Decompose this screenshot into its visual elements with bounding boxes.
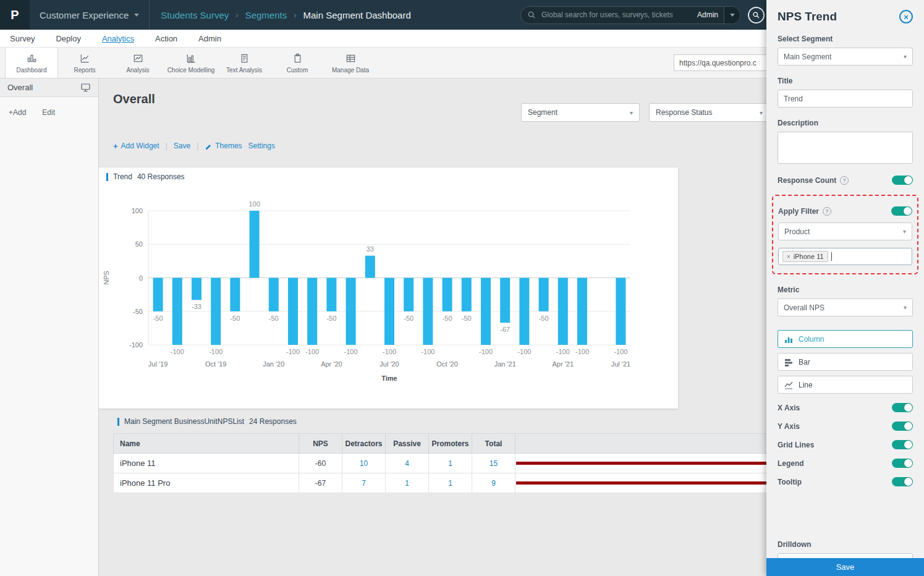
x-axis-toggle[interactable] bbox=[892, 403, 913, 412]
x-axis-label: X Axis bbox=[778, 404, 800, 412]
legend-label: Legend bbox=[778, 459, 804, 468]
analysis-chart-icon bbox=[132, 53, 144, 64]
row-nps: -60 bbox=[299, 454, 342, 473]
save-dashboard-button[interactable]: Save bbox=[174, 142, 190, 150]
row-detractors[interactable]: 10 bbox=[342, 454, 386, 473]
response-status-filter-dropdown[interactable]: Response Status ▾ bbox=[649, 103, 769, 122]
ribbon-analysis[interactable]: Analysis bbox=[111, 48, 164, 78]
ribbon-text-analysis[interactable]: Text Analysis bbox=[218, 48, 271, 78]
ribbon-choice-modelling[interactable]: Choice Modelling bbox=[164, 48, 218, 78]
svg-text:-100: -100 bbox=[286, 348, 300, 355]
filter-values-input[interactable]: × iPhone 11 bbox=[778, 248, 912, 265]
breadcrumb-survey[interactable]: Students Survey bbox=[161, 10, 229, 20]
metric-select[interactable]: Overall NPS ▾ bbox=[778, 299, 913, 316]
spreadsheet-icon bbox=[345, 53, 357, 64]
chart-type-column-button[interactable]: Column bbox=[778, 330, 913, 348]
apply-filter-toggle[interactable] bbox=[891, 206, 912, 216]
chart-type-line-button[interactable]: Line bbox=[778, 376, 913, 394]
sidebar-tab-label: Overall bbox=[7, 83, 33, 92]
divider: | bbox=[166, 142, 167, 150]
search-scope[interactable]: Admin bbox=[692, 11, 724, 19]
y-axis-toggle[interactable] bbox=[892, 421, 913, 431]
add-dashboard-link[interactable]: +Add bbox=[9, 108, 26, 117]
help-icon[interactable]: ? bbox=[840, 176, 849, 185]
metric-select-value: Overall NPS bbox=[784, 303, 824, 312]
nps-trend-chart[interactable]: 100500-50-100-50Jul '19-100-33-100Oct '1… bbox=[99, 186, 678, 406]
search-icon bbox=[527, 11, 536, 20]
breadcrumb-segments[interactable]: Segments bbox=[245, 10, 287, 20]
ribbon-label: Custom bbox=[287, 67, 308, 74]
chart-type-label: Bar bbox=[799, 358, 810, 366]
col-nps: NPS bbox=[299, 434, 342, 454]
legend-toggle[interactable] bbox=[892, 459, 913, 468]
themes-button[interactable]: Themes bbox=[205, 142, 242, 150]
description-textarea[interactable] bbox=[778, 132, 913, 164]
svg-text:-100: -100 bbox=[556, 348, 570, 355]
panel-save-button[interactable]: Save bbox=[766, 558, 924, 576]
svg-text:-50: -50 bbox=[133, 308, 143, 315]
divider: | bbox=[197, 142, 198, 150]
row-name[interactable]: iPhone 11 bbox=[114, 454, 299, 473]
sidebar-tab-overall[interactable]: Overall bbox=[0, 78, 98, 97]
chevron-down-icon: ▾ bbox=[904, 304, 907, 311]
ribbon-label: Manage Data bbox=[332, 67, 369, 74]
search-icon bbox=[752, 11, 760, 19]
segment-filter-dropdown[interactable]: Segment ▾ bbox=[521, 103, 640, 122]
chart-type-bar-button[interactable]: Bar bbox=[778, 353, 913, 371]
help-icon[interactable]: ? bbox=[823, 207, 831, 216]
settings-button[interactable]: Settings bbox=[248, 142, 275, 150]
row-passive[interactable]: 4 bbox=[386, 454, 429, 473]
nps-trend-settings-panel: NPS Trend × Select Segment Main Segment … bbox=[766, 0, 924, 576]
svg-text:-100: -100 bbox=[421, 348, 434, 355]
ribbon-label: Choice Modelling bbox=[167, 67, 215, 74]
tooltip-toggle[interactable] bbox=[892, 477, 913, 486]
search-scope-dropdown[interactable] bbox=[724, 7, 740, 23]
chevron-down-icon: ▾ bbox=[630, 109, 633, 116]
menu-admin[interactable]: Admin bbox=[198, 34, 221, 43]
app-logo[interactable]: P bbox=[0, 0, 30, 30]
menu-analytics[interactable]: Analytics bbox=[102, 34, 134, 43]
ribbon-manage-data[interactable]: Manage Data bbox=[324, 48, 377, 78]
col-name: Name bbox=[114, 434, 299, 454]
tooltip-label: Tooltip bbox=[778, 478, 802, 486]
row-passive[interactable]: 1 bbox=[386, 473, 429, 493]
ribbon-label: Dashboard bbox=[17, 67, 47, 74]
row-promoters[interactable]: 1 bbox=[429, 473, 472, 493]
row-total[interactable]: 15 bbox=[472, 454, 515, 473]
row-name[interactable]: iPhone 11 Pro bbox=[114, 473, 299, 493]
nps-list-response-count: 24 Responses bbox=[249, 417, 297, 426]
edit-dashboard-link[interactable]: Edit bbox=[42, 108, 55, 117]
svg-text:-50: -50 bbox=[269, 315, 279, 322]
apply-filter-row: Apply Filter ? bbox=[778, 206, 912, 216]
product-switcher[interactable]: Customer Experience bbox=[30, 0, 150, 30]
grid-lines-toggle[interactable] bbox=[892, 440, 913, 449]
row-total[interactable]: 9 bbox=[472, 473, 515, 493]
segment-select[interactable]: Main Segment ▾ bbox=[778, 48, 913, 66]
ribbon-custom[interactable]: Custom bbox=[271, 48, 324, 78]
row-detractors[interactable]: 7 bbox=[342, 473, 386, 493]
menu-action[interactable]: Action bbox=[155, 34, 177, 43]
global-search-input[interactable] bbox=[536, 11, 692, 19]
filter-field-select[interactable]: Product ▾ bbox=[778, 222, 912, 240]
apply-filter-highlight: Apply Filter ? Product ▾ × iPhone 11 bbox=[772, 195, 918, 274]
segment-filter-label: Segment bbox=[528, 108, 557, 117]
row-promoters[interactable]: 1 bbox=[429, 454, 472, 473]
menu-deploy[interactable]: Deploy bbox=[56, 34, 80, 43]
col-passive: Passive bbox=[386, 434, 429, 454]
line-chart-icon bbox=[784, 381, 793, 389]
grid-lines-label: Grid Lines bbox=[778, 441, 814, 449]
ribbon-label: Reports bbox=[74, 67, 95, 74]
search-button[interactable] bbox=[748, 7, 765, 23]
ribbon-reports[interactable]: Reports bbox=[58, 48, 111, 78]
add-widget-button[interactable]: + Add Widget bbox=[113, 142, 159, 151]
ribbon-dashboard[interactable]: Dashboard bbox=[5, 48, 58, 78]
svg-text:33: 33 bbox=[367, 245, 374, 253]
widget-accent-bar bbox=[106, 173, 108, 181]
metric-label: Metric bbox=[778, 286, 913, 294]
response-count-toggle[interactable] bbox=[892, 176, 913, 185]
column-chart-icon bbox=[784, 335, 793, 344]
remove-chip-icon[interactable]: × bbox=[787, 253, 790, 260]
title-input[interactable] bbox=[778, 90, 913, 108]
menu-survey[interactable]: Survey bbox=[10, 34, 35, 43]
close-icon[interactable]: × bbox=[899, 10, 913, 23]
